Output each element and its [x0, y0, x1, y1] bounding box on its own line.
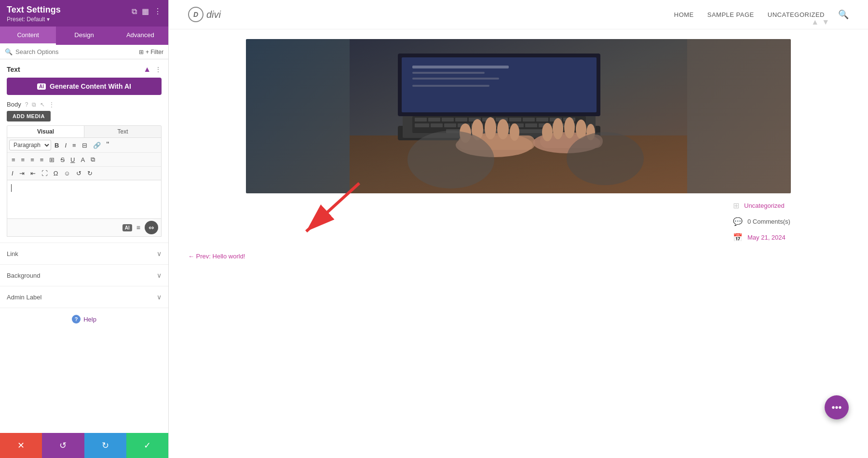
- strikethrough-button[interactable]: S: [58, 155, 67, 165]
- meta-comments: 💬 0 Comments(s): [733, 217, 829, 226]
- category-text[interactable]: Uncategorized: [744, 202, 785, 209]
- help-section[interactable]: ? Help: [0, 308, 168, 330]
- svg-point-48: [576, 120, 586, 139]
- undo-button[interactable]: ↺: [42, 433, 84, 458]
- outdent-button[interactable]: ⇤: [28, 168, 38, 178]
- text-section-header[interactable]: Text ▲ ⋮: [0, 59, 168, 78]
- save-button[interactable]: ✓: [126, 433, 168, 458]
- nav-sample-page[interactable]: SAMPLE PAGE: [707, 11, 754, 18]
- cursor-icon-small[interactable]: ↖: [40, 101, 45, 108]
- ai-inline-button[interactable]: AI: [122, 224, 132, 231]
- paste-button[interactable]: ⧉: [88, 154, 97, 165]
- date-text[interactable]: May 21, 2024: [747, 234, 786, 241]
- link-button[interactable]: 🔗: [91, 140, 103, 150]
- redo-button[interactable]: ↻: [84, 433, 126, 458]
- editor-tab-visual[interactable]: Visual: [7, 126, 84, 137]
- floating-action-button[interactable]: •••: [825, 395, 849, 419]
- background-section-header[interactable]: Background ∨: [0, 265, 168, 286]
- bottom-bar: ✕ ↺ ↻ ✓: [0, 433, 168, 458]
- toolbar-row-2: ≡ ≡ ≡ ≡ ⊞ S U A ⧉: [7, 153, 161, 167]
- toolbar-row-1: Paragraph B I ≡ ⊟ 🔗 ": [7, 138, 161, 153]
- expand-icon: ⇔: [149, 224, 154, 231]
- panel-tabs: Content Design Advanced: [0, 27, 168, 45]
- settings-icon[interactable]: ⧉: [132, 7, 137, 16]
- collapse-icon[interactable]: ▲: [143, 65, 151, 74]
- arrow-down-icon[interactable]: ▼: [822, 18, 829, 27]
- filter-button[interactable]: ⊞ + Filter: [139, 49, 163, 55]
- editor-area: Body ? ⧉ ↖ ⋮ ADD MEDIA Visual Text Parag…: [0, 101, 168, 242]
- italic2-button[interactable]: I: [9, 168, 16, 178]
- floating-btn-icon: •••: [831, 402, 841, 413]
- svg-rect-7: [442, 118, 454, 121]
- svg-rect-19: [444, 123, 456, 127]
- omega-button[interactable]: Ω: [51, 168, 61, 178]
- cancel-icon: ✕: [17, 440, 25, 451]
- svg-rect-25: [525, 123, 537, 127]
- comments-text[interactable]: 0 Comments(s): [747, 218, 790, 225]
- background-chevron-icon: ∨: [157, 271, 162, 279]
- more-icon-small[interactable]: ⋮: [49, 101, 54, 108]
- copy-icon-small[interactable]: ⧉: [32, 101, 36, 108]
- prev-link[interactable]: ← Prev: Hello world!: [188, 253, 245, 260]
- unordered-list-button[interactable]: ≡: [70, 140, 79, 150]
- align-justify-button[interactable]: ≡: [38, 155, 46, 165]
- sort-arrows: ▲ ▼: [811, 18, 829, 27]
- tab-content[interactable]: Content: [0, 27, 56, 45]
- link-section-header[interactable]: Link ∨: [0, 243, 168, 264]
- link-section: Link ∨: [0, 242, 168, 264]
- section-more-icon[interactable]: ⋮: [155, 66, 162, 73]
- align-right-button[interactable]: ≡: [28, 155, 37, 165]
- nav-home[interactable]: HOME: [674, 11, 694, 18]
- lines-icon-button[interactable]: ≡: [135, 222, 142, 233]
- italic-button[interactable]: I: [62, 140, 69, 150]
- nav-search-icon[interactable]: 🔍: [838, 9, 849, 20]
- search-input[interactable]: [15, 48, 136, 55]
- emoji-button[interactable]: ☺: [61, 168, 72, 178]
- blockquote-button[interactable]: ": [104, 139, 112, 151]
- svg-point-40: [485, 117, 496, 139]
- align-center-button[interactable]: ≡: [19, 155, 27, 165]
- add-media-button[interactable]: ADD MEDIA: [7, 111, 51, 121]
- more-icon[interactable]: ⋮: [154, 7, 162, 16]
- panel-header-icons: ⧉ ▦ ⋮: [132, 7, 162, 16]
- meta-date: 📅 May 21, 2024: [733, 233, 829, 242]
- text-content-area[interactable]: [7, 180, 162, 219]
- svg-point-41: [497, 119, 509, 139]
- table-button[interactable]: ⊞: [47, 155, 57, 165]
- nav-uncategorized[interactable]: UNCATEGORIZED: [768, 11, 825, 18]
- cancel-button[interactable]: ✕: [0, 433, 42, 458]
- editor-tab-text[interactable]: Text: [84, 126, 161, 137]
- admin-label-section-header[interactable]: Admin Label ∨: [0, 286, 168, 308]
- align-left-button[interactable]: ≡: [9, 155, 18, 165]
- settings-panel: Text Settings Preset: Default ▾ ⧉ ▦ ⋮ Co…: [0, 0, 169, 458]
- panel-title: Text Settings: [7, 5, 61, 15]
- admin-label-title: Admin Label: [7, 294, 41, 301]
- text-color-button[interactable]: A: [78, 155, 87, 165]
- svg-rect-5: [415, 118, 427, 121]
- underline-button[interactable]: U: [68, 155, 77, 165]
- expand-button[interactable]: ⇔: [145, 221, 158, 234]
- panel-preset[interactable]: Preset: Default ▾: [7, 16, 61, 23]
- indent-button[interactable]: ⇥: [17, 168, 27, 178]
- fullscreen-button[interactable]: ⛶: [39, 168, 50, 178]
- site-content: ▲ ▼ ⊞ Uncategorized 💬 0 Comments(s) 📅 Ma…: [169, 39, 868, 270]
- redo-editor-button[interactable]: ↻: [85, 168, 95, 178]
- site-logo[interactable]: D divi: [188, 7, 221, 22]
- undo-editor-button[interactable]: ↺: [74, 168, 84, 178]
- svg-rect-17: [415, 123, 429, 127]
- layout-icon[interactable]: ▦: [142, 7, 149, 16]
- tab-design[interactable]: Design: [56, 27, 112, 45]
- svg-rect-33: [412, 72, 485, 74]
- help-label: Help: [83, 316, 96, 323]
- bold-button[interactable]: B: [52, 140, 61, 150]
- tab-advanced[interactable]: Advanced: [112, 27, 168, 45]
- date-icon: 📅: [733, 233, 743, 242]
- arrow-up-icon[interactable]: ▲: [811, 18, 819, 27]
- ai-generate-button[interactable]: AI Generate Content With AI: [7, 78, 162, 95]
- ordered-list-button[interactable]: ⊟: [80, 140, 90, 150]
- logo-circle: D: [188, 7, 203, 22]
- help-icon-small[interactable]: ?: [25, 101, 28, 108]
- panel-content: Text ▲ ⋮ AI Generate Content With AI Bod…: [0, 59, 168, 458]
- redo-icon: ↻: [102, 440, 109, 451]
- paragraph-select[interactable]: Paragraph: [9, 140, 51, 150]
